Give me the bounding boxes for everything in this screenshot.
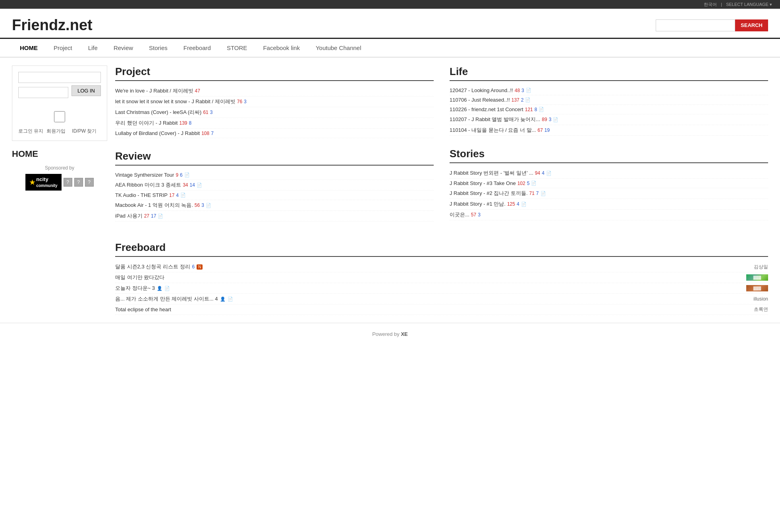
file-icon: 📄 [206, 203, 211, 208]
freeboard-link-4[interactable]: 음... 제가 소소하게 만든 제이레빗 사이트... 4 [115, 295, 218, 303]
footer-brand: XE [401, 331, 407, 337]
list-item: J Rabbit Story - #3 Take One 102 5 📄 [450, 179, 768, 188]
main-container: LOG IN 로그인 유지 회원가입 ID/PW 찾기 HOME Sponsor… [0, 58, 780, 323]
project-link-1[interactable]: We're in love - J Rabbit / 제이레빗 [115, 87, 193, 94]
nav-freeboard[interactable]: Freeboard [176, 39, 219, 57]
nav-store[interactable]: STORE [219, 39, 255, 57]
life-link-4[interactable]: 110207 - J Rabbit 앨범 발매가 늦어지... [450, 116, 540, 123]
select-language[interactable]: SELECT LANGUAGE ▾ [726, 2, 772, 7]
right-sections: Life 120427 - Looking Around..!! 48 3 📄 … [450, 66, 768, 233]
language-label: 한국어 [704, 2, 717, 8]
list-item: iPad 사용기 27 17 📄 [115, 211, 434, 222]
stories-link-4[interactable]: J Rabbit Story - #1 만남. [450, 200, 506, 208]
life-link-1[interactable]: 120427 - Looking Around..!! [450, 87, 513, 93]
file-icon: 📄 [546, 171, 552, 176]
ncity-logo[interactable]: ★ ncitycommunity [25, 174, 61, 191]
freeboard-link-5[interactable]: Total eclipse of the heart [115, 306, 171, 312]
review-link-5[interactable]: iPad 사용기 [115, 212, 143, 220]
top-sections: Project We're in love - J Rabbit / 제이레빗 … [115, 66, 768, 233]
file-icon: 📄 [521, 202, 527, 207]
nav-life[interactable]: Life [80, 39, 106, 57]
review-list: Vintage Synthersizer Tour 9 6 📄 AEA Ribb… [115, 170, 434, 222]
review-link-1[interactable]: Vintage Synthersizer Tour [115, 172, 174, 178]
file-icon: 📄 [526, 88, 531, 93]
login-options: 로그인 유지 회원가입 ID/PW 찾기 [18, 111, 101, 135]
life-link-5[interactable]: 110104 - 내일을 묻는다 / 요즘 너 말... [450, 127, 536, 134]
file-icon: 📄 [539, 107, 544, 112]
login-box: LOG IN 로그인 유지 회원가입 ID/PW 찾기 [12, 66, 107, 141]
list-item: Total eclipse of the heart 초록연 [115, 305, 768, 315]
review-link-2[interactable]: AEA Ribbon 마이크 3 종세트 [115, 181, 181, 189]
life-title: Life [450, 66, 768, 78]
header: Friendz.net SEARCH [0, 9, 780, 39]
project-link-3[interactable]: Last Christmas (Cover) - leeSA (리싸) [115, 109, 201, 116]
life-link-3[interactable]: 110226 - friendz.net 1st Concert [450, 106, 523, 112]
search-button[interactable]: SEARCH [735, 19, 768, 31]
username-input[interactable] [18, 72, 101, 83]
login-button[interactable]: LOG IN [71, 85, 101, 96]
top-bar: 한국어 | SELECT LANGUAGE ▾ [0, 0, 780, 9]
nav-project[interactable]: Project [46, 39, 80, 57]
sponsor-logo: ★ ncitycommunity ? ? ? [12, 174, 107, 191]
list-item: 오늘자 정다운~ 3 👤 📄 ▓▓▓ [115, 283, 768, 294]
author-avatar: ▓▓▓ [746, 285, 768, 291]
sponsored-label: Sponsored by [12, 165, 107, 171]
stories-list: J Rabbit Story 번외편 - '벌써 일년' ... 94 4 📄 … [450, 168, 768, 220]
list-item: 110104 - 내일을 묻는다 / 요즘 너 말... 67 19 [450, 125, 768, 136]
review-link-4[interactable]: Macbook Air - 1 억원 어치의 녹음. [115, 202, 193, 209]
password-input[interactable] [18, 87, 68, 98]
list-item: 음... 제가 소소하게 만든 제이레빗 사이트... 4 👤 📄 illusi… [115, 294, 768, 305]
review-link-3[interactable]: TK Audio - THE STRIP [115, 192, 168, 198]
life-list: 120427 - Looking Around..!! 48 3 📄 11070… [450, 86, 768, 136]
file-icon: 📄 [158, 214, 163, 219]
freeboard-title: Freeboard [115, 241, 768, 254]
review-title: Review [115, 150, 434, 162]
file-icon: 📄 [197, 183, 202, 188]
freeboard-link-1[interactable]: 달품 시즌2,3 신청곡 리스트 정리 [115, 263, 190, 270]
freeboard-link-2[interactable]: 매일 여기만 왔다갔다 [115, 274, 164, 281]
file-icon: 📄 [184, 172, 190, 177]
project-section: Project We're in love - J Rabbit / 제이레빗 … [115, 66, 434, 138]
file-icon: 📄 [553, 117, 558, 122]
star-icon: ★ [29, 179, 35, 186]
help-button-3[interactable]: ? [85, 178, 94, 187]
stories-link-5[interactable]: 이곳은... [450, 211, 469, 218]
list-item: Macbook Air - 1 억원 어치의 녹음. 56 3 📄 [115, 200, 434, 211]
stories-link-3[interactable]: J Rabbit Story - #2 집나간 토끼들. [450, 190, 528, 197]
project-link-2[interactable]: let it snow let it snow let it snow - J … [115, 98, 236, 105]
nav-review[interactable]: Review [106, 39, 141, 57]
file-icon: 📄 [531, 181, 537, 186]
signup-link[interactable]: 회원가입 [46, 128, 66, 135]
list-item: 120427 - Looking Around..!! 48 3 📄 [450, 86, 768, 95]
review-section: Review Vintage Synthersizer Tour 9 6 📄 A… [115, 150, 434, 222]
list-item: Vintage Synthersizer Tour 9 6 📄 [115, 170, 434, 180]
remember-checkbox[interactable] [18, 111, 101, 122]
separator: | [721, 2, 722, 7]
nav-home[interactable]: HOME [12, 39, 46, 57]
content-columns: Project We're in love - J Rabbit / 제이레빗 … [115, 66, 768, 315]
nav-facebook[interactable]: Facebook link [255, 39, 308, 57]
freeboard-link-3[interactable]: 오늘자 정다운~ 3 [115, 285, 155, 292]
stories-link-1[interactable]: J Rabbit Story 번외편 - '벌써 일년' ... [450, 170, 533, 177]
file-icon: 📄 [164, 286, 170, 291]
stories-link-2[interactable]: J Rabbit Story - #3 Take One [450, 180, 516, 186]
nav-youtube[interactable]: Youtube Channel [308, 39, 369, 57]
findid-link[interactable]: ID/PW 찾기 [72, 128, 97, 135]
project-list: We're in love - J Rabbit / 제이레빗 47 let i… [115, 86, 434, 138]
life-link-2[interactable]: 110706 - Just Released..!! [450, 97, 510, 103]
project-title: Project [115, 66, 434, 78]
project-link-4[interactable]: 우리 했던 이야기 - J Rabbit [115, 120, 178, 127]
search-input[interactable] [656, 19, 735, 31]
file-icon: 📄 [228, 297, 233, 302]
help-button-2[interactable]: ? [74, 178, 83, 187]
freeboard-list: 달품 시즌2,3 신청곡 리스트 정리 6 N 김상일 매일 여기만 왔다갔다 … [115, 262, 768, 315]
help-button-1[interactable]: ? [64, 178, 72, 187]
author-label: ▓▓▓ [746, 274, 768, 281]
list-item: Last Christmas (Cover) - leeSA (리싸) 61 3 [115, 107, 434, 118]
author-text: 초록연 [754, 306, 768, 313]
author-label: ▓▓▓ [746, 285, 768, 291]
list-item: 110706 - Just Released..!! 137 2 📄 [450, 95, 768, 105]
freeboard-section: Freeboard 달품 시즌2,3 신청곡 리스트 정리 6 N 김상일 매일… [115, 241, 768, 315]
project-link-5[interactable]: Lullaby of Birdland (Cover) - J Rabbit [115, 130, 200, 136]
nav-stories[interactable]: Stories [141, 39, 176, 57]
